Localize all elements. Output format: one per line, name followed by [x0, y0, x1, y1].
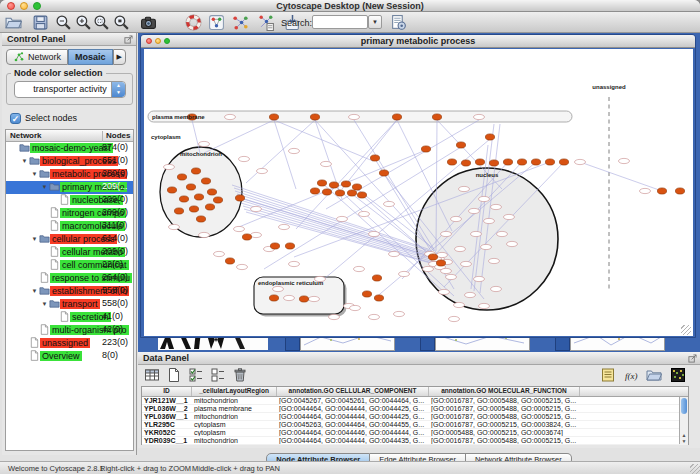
- table-row[interactable]: YLR295Ccytoplasm[GO:0045263, GO:0044464,…: [142, 421, 688, 429]
- table-column-header[interactable]: annotation.GO CELLULAR_COMPONENT: [277, 387, 429, 396]
- svg-text:mitochondrion: mitochondrion: [180, 151, 222, 157]
- tree-row[interactable]: Overview8(0): [6, 350, 133, 363]
- network-canvas[interactable]: plasma membranecytoplasmmitochondrionnuc…: [144, 49, 693, 336]
- tree-row[interactable]: secretion41(0): [6, 311, 133, 324]
- open-session-icon[interactable]: [5, 14, 22, 31]
- expander-icon[interactable]: ▼: [20, 158, 29, 164]
- svg-text:unassigned: unassigned: [592, 84, 626, 90]
- search-input[interactable]: [313, 21, 367, 33]
- main-toolbar: Search: ▼: [0, 12, 700, 33]
- tab-network-label: Network: [28, 52, 61, 62]
- import-attributes-icon[interactable]: [646, 367, 662, 383]
- matrix-view-icon[interactable]: [670, 367, 686, 383]
- vizmapper-icon[interactable]: [208, 14, 225, 31]
- tree-row[interactable]: cellular metabo209(0): [6, 246, 133, 259]
- select-all-attributes-icon[interactable]: [188, 367, 204, 383]
- table-row[interactable]: YDR039C__1mitochondrion[GO:0044464, GO:0…: [142, 437, 688, 445]
- tree-row[interactable]: unassigned223(0): [6, 337, 133, 350]
- window-resize-grip[interactable]: [681, 325, 691, 335]
- save-session-icon[interactable]: [32, 14, 49, 31]
- zoom-selected-region-icon[interactable]: [93, 14, 110, 31]
- scrollbar-thumb[interactable]: [681, 398, 687, 414]
- zoom-out-icon[interactable]: [55, 14, 72, 31]
- network-window-titlebar[interactable]: primary metabolic process: [141, 35, 695, 48]
- help-lifering-icon[interactable]: [185, 14, 202, 31]
- table-column-header[interactable]: _cellularLayoutRegion: [192, 387, 277, 396]
- tree-row-count: 8(0): [102, 350, 118, 360]
- tab-mosaic-label: Mosaic: [75, 52, 106, 62]
- table-cell: [GO:0044464, GO:0044446, GO:0044444, G..…: [277, 429, 429, 436]
- file-icon: [49, 259, 60, 270]
- attribute-columns-icon[interactable]: [144, 367, 160, 383]
- tree-row[interactable]: macromolecule311(0): [6, 220, 133, 233]
- window-title: Cytoscape Desktop (New Session): [0, 1, 700, 11]
- table-cell: [GO:0016787, GO:0005488, GO:0005215, G..…: [429, 397, 580, 404]
- tab-network[interactable]: Network: [6, 49, 68, 65]
- search-dropdown-button[interactable]: ▼: [368, 15, 382, 29]
- tree-row[interactable]: ▼establishment of lo558(0): [6, 285, 133, 298]
- expander-icon[interactable]: ▼: [40, 301, 49, 307]
- tree-row[interactable]: ▼cellular process614(0): [6, 233, 133, 246]
- expander-icon[interactable]: ▼: [30, 171, 39, 177]
- create-attribute-icon[interactable]: [166, 367, 182, 383]
- attribute-table[interactable]: ID_cellularLayoutRegionannotation.GO CEL…: [141, 386, 689, 445]
- table-scrollbar[interactable]: ▲▼: [679, 397, 688, 444]
- snapshot-camera-icon[interactable]: [140, 14, 157, 31]
- table-cell: [GO:0016787, GO:0005215, GO:0003824, G..…: [429, 421, 580, 428]
- table-column-header[interactable]: ID: [142, 387, 192, 396]
- network-view-window[interactable]: primary metabolic process plasma membran…: [140, 34, 696, 338]
- tabs-overflow-arrow[interactable]: ▶: [113, 49, 126, 65]
- tree-row[interactable]: nitrogen compo209(0): [6, 207, 133, 220]
- float-data-panel-icon[interactable]: [688, 354, 697, 363]
- tree-row[interactable]: ▼transport558(0): [6, 298, 133, 311]
- tree-row[interactable]: nucleobase-209(0): [6, 194, 133, 207]
- table-row[interactable]: YJR121W__1mitochondrion[GO:0045267, GO:0…: [142, 397, 688, 405]
- tree-row-count: 651(0): [102, 155, 128, 165]
- attribute-browser-tabs: Node Attribute BrowserEdge Attribute Bro…: [138, 448, 700, 461]
- tree-row[interactable]: cell communicat22(0): [6, 259, 133, 272]
- tree-row-count: 558(0): [102, 298, 128, 308]
- table-row[interactable]: YPL036W__1mitochondrion[GO:0044464, GO:0…: [142, 413, 688, 421]
- formula-builder-icon[interactable]: f(x): [624, 367, 640, 383]
- tree-col-network[interactable]: Network: [10, 131, 42, 140]
- svg-text:endoplasmic reticulum: endoplasmic reticulum: [258, 280, 323, 286]
- tree-row[interactable]: ▼biological_process651(0): [6, 155, 133, 168]
- tree-row[interactable]: ▼primary metabo209(...: [6, 181, 133, 194]
- zoom-fit-icon[interactable]: [113, 14, 130, 31]
- network-desktop: primary metabolic process plasma membran…: [138, 33, 700, 352]
- file-icon: [59, 311, 70, 322]
- file-icon: [29, 350, 40, 361]
- tree-row[interactable]: response to stimulu264(0): [6, 272, 133, 285]
- status-pan-hint: Middle-click + drag to PAN: [192, 464, 280, 473]
- tree-row[interactable]: mosaic-demo-yeast874(0): [6, 142, 133, 155]
- table-row[interactable]: YPL036W__2plasma membrane[GO:0044464, GO…: [142, 405, 688, 413]
- expander-icon[interactable]: ▼: [30, 236, 39, 242]
- file-icon: [39, 272, 50, 283]
- window-titlebar[interactable]: Cytoscape Desktop (New Session): [0, 0, 700, 12]
- tree-row[interactable]: multi-organism pro42(0): [6, 324, 133, 337]
- expander-icon[interactable]: ▼: [40, 184, 49, 190]
- expander-icon[interactable]: ▼: [30, 288, 39, 294]
- annotation-note-icon[interactable]: [600, 367, 616, 383]
- search-input-wrap[interactable]: [312, 15, 368, 29]
- scrollbar-arrows[interactable]: ▲▼: [680, 432, 688, 444]
- float-panel-icon[interactable]: [124, 35, 133, 44]
- app-resize-grip[interactable]: [690, 464, 700, 474]
- zoom-in-icon[interactable]: [75, 14, 92, 31]
- tree-row[interactable]: ▼metabolic process280(0): [6, 168, 133, 181]
- node-color-dropdown[interactable]: transporter activity ▲▼: [14, 81, 126, 98]
- table-column-header[interactable]: annotation.GO MOLECULAR_FUNCTION: [429, 387, 580, 396]
- tree-col-nodes[interactable]: Nodes: [102, 131, 130, 142]
- edit-network-icon[interactable]: [232, 14, 249, 31]
- network-window-title: primary metabolic process: [141, 36, 695, 46]
- delete-attribute-icon[interactable]: [232, 367, 248, 383]
- table-row[interactable]: YKR052Ccytoplasm[GO:0044464, GO:0044446,…: [142, 429, 688, 437]
- unselect-all-attributes-icon[interactable]: [210, 367, 226, 383]
- edit-network-view-icon[interactable]: [258, 14, 275, 31]
- search-config-icon[interactable]: [390, 14, 407, 31]
- network-tree: Network Nodes mosaic-demo-yeast874(0)▼bi…: [5, 129, 134, 451]
- select-nodes-row: ✓ Select nodes: [10, 112, 77, 124]
- tab-mosaic[interactable]: Mosaic: [68, 49, 113, 65]
- select-nodes-checkbox[interactable]: ✓: [10, 113, 21, 124]
- folder-icon: [19, 142, 30, 153]
